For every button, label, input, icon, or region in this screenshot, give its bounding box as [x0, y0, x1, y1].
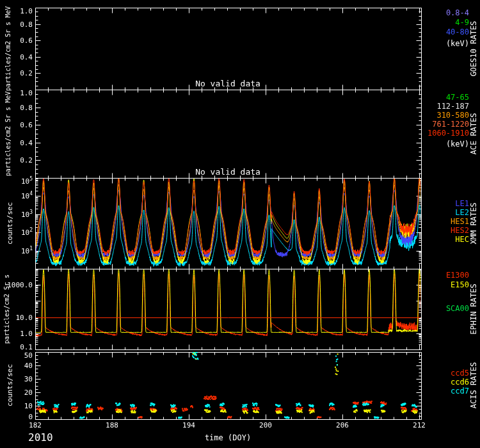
y-tick-label-30: 30	[0, 376, 33, 383]
y-tick-label-10: 10	[0, 403, 33, 410]
y-tick-label-0.1: 0.1	[0, 344, 33, 351]
plot-canvas	[0, 0, 480, 448]
y-tick-label-1.0: 1.0	[0, 8, 33, 15]
y-tick-label-0.2: 0.2	[0, 70, 33, 77]
year-label: 2010	[28, 433, 53, 443]
y-tick-label-1e1: 101	[0, 247, 33, 254]
legend-761-1220: 761-1220	[432, 120, 469, 128]
no-valid-data-goes: No valid data	[195, 79, 260, 88]
x-tick-label-200: 200	[259, 422, 272, 429]
legend-E150: E150	[451, 281, 469, 289]
x-tick-label-206: 206	[336, 422, 349, 429]
panel-title-xmm-rates: XMM RATES	[470, 202, 477, 244]
legend-112-187: 112-187	[436, 102, 469, 110]
y-tick-label-50: 50	[0, 352, 33, 359]
y-tick-label-40: 40	[0, 362, 33, 369]
y-tick-label-1e2: 102	[0, 229, 33, 236]
y-axis-title-acis: counts/sec	[6, 364, 13, 406]
x-tick-label-194: 194	[182, 422, 195, 429]
y-axis-title-goes: particles/cm2 Sr s MeV	[5, 6, 12, 91]
legend-LE1: LE1	[455, 200, 469, 207]
y-tick-label-1000.0: 1000.0	[0, 282, 33, 289]
y-tick-label-0.6: 0.6	[0, 37, 33, 44]
y-tick-label-10.0: 10.0	[0, 314, 33, 321]
y-tick-label-0.8: 0.8	[0, 104, 33, 111]
x-tick-label-188: 188	[106, 422, 118, 429]
panel-title-ephin-rates: EPHIN RATES	[470, 284, 477, 334]
panel-title-ace-rates: ACE RATES	[470, 113, 477, 154]
y-tick-label-0: 0	[0, 413, 33, 420]
y-tick-label-0.4: 0.4	[0, 53, 33, 60]
legend-47-65: 47-65	[446, 93, 469, 101]
legend-LE2: LE2	[455, 209, 469, 216]
legend-ccd5: ccd5	[451, 369, 469, 377]
y-axis-title-xmm: counts/sec	[6, 202, 13, 244]
x-axis-title: time (DOY)	[205, 434, 251, 442]
legend-4-9: 4-9	[455, 19, 469, 26]
y-tick-label-1e3: 103	[0, 211, 33, 218]
y-tick-label-0.4: 0.4	[0, 139, 33, 146]
y-tick-label-1e4: 104	[0, 193, 33, 200]
legend-ccd7: ccd7	[451, 387, 469, 395]
y-tick-label-20: 20	[0, 389, 33, 396]
x-tick-label-182: 182	[29, 422, 42, 429]
y-tick-label-1e5: 105	[0, 178, 33, 185]
legend-40-80: 40-80	[446, 28, 469, 36]
legend-E1300: E1300	[446, 271, 469, 279]
radiation-monitor-figure: GOES10 RATES ACE RATES XMM RATES EPHIN R…	[0, 0, 480, 448]
y-tick-label-1.0: 1.0	[0, 90, 33, 97]
legend-HES2: HES2	[451, 227, 469, 234]
panel-title-goes10-rates: GOES10 RATES	[470, 21, 477, 77]
legend-ccd6: ccd6	[451, 378, 469, 386]
legend-(keV): (keV)	[446, 140, 469, 148]
legend-SCA00: SCA00	[446, 305, 469, 312]
legend-0.8-4: 0.8-4	[446, 9, 469, 17]
panel-title-acis-rates: ACIS RATES	[470, 362, 477, 408]
y-tick-label-0.8: 0.8	[0, 20, 33, 28]
y-tick-label-0.2: 0.2	[0, 157, 33, 164]
y-tick-label-1.0: 1.0	[0, 330, 33, 337]
legend-(keV): (keV)	[446, 40, 469, 47]
x-tick-label-212: 212	[413, 422, 426, 429]
y-tick-label-0.6: 0.6	[0, 122, 33, 129]
legend-HES1: HES1	[451, 218, 469, 225]
legend-1060-1910: 1060-1910	[428, 129, 469, 137]
no-valid-data-ace: No valid data	[195, 168, 260, 176]
legend-310-580: 310-580	[436, 111, 469, 119]
legend-HEC: HEC	[455, 236, 469, 243]
